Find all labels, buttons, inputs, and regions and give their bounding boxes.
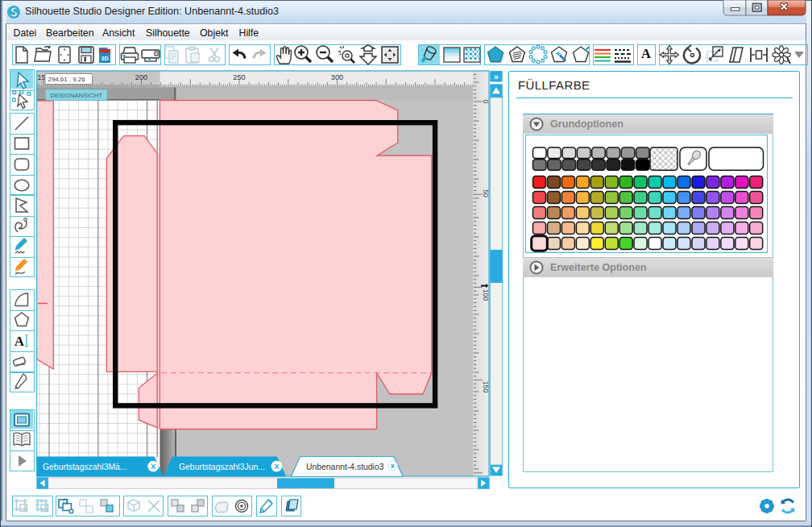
svg-text:300: 300 <box>331 73 343 81</box>
svg-text:A: A <box>14 334 25 349</box>
svg-text:»: » <box>494 72 499 81</box>
svg-text:250: 250 <box>233 73 245 81</box>
svg-text:Unbenannt-4.studio3: Unbenannt-4.studio3 <box>306 463 384 471</box>
svg-text:X: X <box>274 463 279 471</box>
svg-text:Geburtstagszahl3Mä...: Geburtstagszahl3Mä... <box>43 463 127 471</box>
svg-text:3D: 3D <box>102 56 109 61</box>
svg-text:DESIGNANSICHT: DESIGNANSICHT <box>50 92 102 99</box>
svg-text:150: 150 <box>482 381 490 393</box>
svg-text:0: 0 <box>482 100 490 104</box>
svg-text:200: 200 <box>135 73 147 81</box>
svg-text:x: x <box>391 462 395 470</box>
svg-text:X: X <box>151 463 155 471</box>
svg-text:Geburtstagszahl3Jun...: Geburtstagszahl3Jun... <box>179 463 265 471</box>
svg-text:100: 100 <box>482 289 490 301</box>
svg-text:294,61 , 9,26: 294,61 , 9,26 <box>48 76 86 83</box>
svg-text:50: 50 <box>482 189 490 197</box>
